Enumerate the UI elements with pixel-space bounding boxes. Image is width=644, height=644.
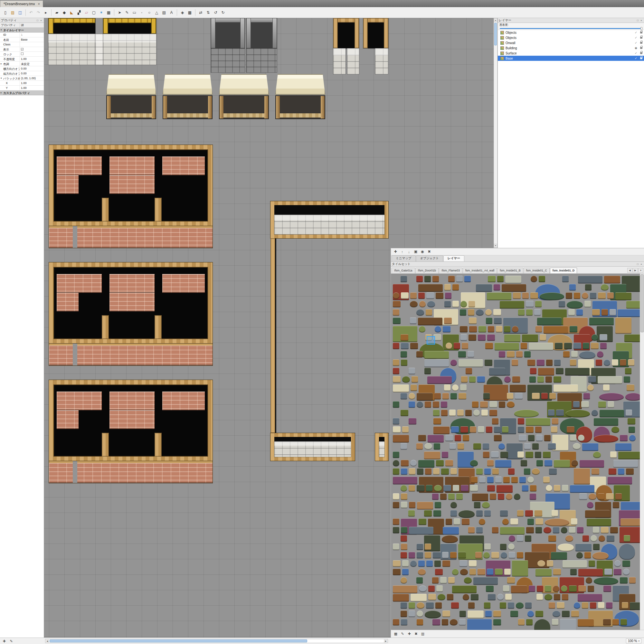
save-button[interactable]: ◫ xyxy=(17,9,24,16)
tileset-tile[interactable] xyxy=(459,359,483,367)
tileset-tile[interactable] xyxy=(500,527,525,535)
tileset-tile[interactable] xyxy=(458,351,466,357)
tileset-tile[interactable] xyxy=(544,326,568,334)
tileset-tile[interactable] xyxy=(432,276,439,282)
close-panel-icon[interactable]: × xyxy=(639,19,643,22)
tileset-tile[interactable] xyxy=(527,384,552,401)
tileset-tile[interactable] xyxy=(474,502,480,508)
tileset-tile[interactable] xyxy=(408,510,415,516)
tileset-tile[interactable] xyxy=(544,435,551,441)
tileset-tile[interactable] xyxy=(480,401,488,408)
tileset-tile[interactable] xyxy=(393,544,399,550)
layer-visibility-icon[interactable]: ✓ xyxy=(634,57,638,60)
tileset-tile[interactable] xyxy=(410,301,418,307)
tileset-tile[interactable] xyxy=(588,585,594,592)
tileset-tile[interactable] xyxy=(444,284,451,290)
tileset-tile[interactable] xyxy=(433,552,440,558)
tileset-tile[interactable] xyxy=(585,510,610,518)
tileset-tile[interactable] xyxy=(393,451,399,458)
tileset-tile[interactable] xyxy=(433,418,441,424)
tileset-tile[interactable] xyxy=(535,301,542,307)
dock-tab-3[interactable]: レイヤー xyxy=(443,255,464,261)
tileset-tile[interactable] xyxy=(620,359,626,366)
tileset-tile[interactable] xyxy=(444,301,451,307)
tileset-tile[interactable] xyxy=(450,510,457,516)
tileset-view-button[interactable]: ▥ xyxy=(420,631,426,637)
tileset-tile[interactable] xyxy=(393,585,417,593)
tileset-tile[interactable] xyxy=(433,426,450,434)
tileset-tile[interactable] xyxy=(570,359,576,366)
tileset-tile[interactable] xyxy=(473,410,480,416)
tileset-tile[interactable] xyxy=(580,460,604,468)
tileset-tile[interactable] xyxy=(462,518,469,525)
tileset-tile[interactable] xyxy=(489,368,505,375)
tileset-tile[interactable] xyxy=(534,309,541,316)
new-map-button[interactable]: ▯ xyxy=(2,9,9,16)
tileset-tile[interactable] xyxy=(512,359,518,366)
tileset-tile[interactable] xyxy=(505,594,512,600)
tileset-tile[interactable] xyxy=(559,301,565,307)
tileset-tile[interactable] xyxy=(570,485,594,493)
tileset-tile[interactable] xyxy=(497,276,504,282)
tileset-tile[interactable] xyxy=(535,510,542,516)
tileset-tile[interactable] xyxy=(497,594,504,600)
tileset-tile[interactable] xyxy=(618,309,640,317)
tileset-tile[interactable] xyxy=(589,560,595,567)
tileset-tile[interactable] xyxy=(401,443,407,450)
tileset-tile[interactable] xyxy=(424,359,449,367)
tileset-tile[interactable] xyxy=(424,351,449,359)
tileset-tile[interactable] xyxy=(589,493,596,500)
property-value[interactable] xyxy=(20,47,44,52)
tileset-tile[interactable] xyxy=(450,393,457,399)
tileset-tile[interactable] xyxy=(583,393,590,399)
tileset-tile[interactable] xyxy=(419,585,427,592)
tileset-tile[interactable] xyxy=(424,510,432,516)
property-group-header[interactable]: ▸カスタムプロパティ xyxy=(0,90,44,95)
tileset-tile[interactable] xyxy=(532,468,540,475)
duplicate-layer-button[interactable]: ▣ xyxy=(413,249,419,255)
tileset-tile[interactable] xyxy=(611,426,619,433)
tileset-tile[interactable] xyxy=(472,401,478,408)
insert-ellipse-tool[interactable]: ○ xyxy=(146,9,153,16)
tileset-tile[interactable] xyxy=(393,384,409,392)
tileset-tile[interactable] xyxy=(476,510,483,516)
tileset-tile[interactable] xyxy=(598,401,606,408)
close-tab-icon[interactable]: × xyxy=(38,2,40,6)
tileset-tile[interactable] xyxy=(416,443,423,450)
tileset-tile[interactable] xyxy=(401,577,407,583)
tileset-tile[interactable] xyxy=(460,326,468,332)
tileset-tile[interactable] xyxy=(433,468,440,475)
insert-point-tool[interactable]: ◦ xyxy=(138,9,145,16)
tileset-tile[interactable] xyxy=(577,527,583,533)
lock-icon[interactable] xyxy=(640,57,642,59)
tileset-tile[interactable] xyxy=(393,468,399,475)
opacity-slider-handle[interactable] xyxy=(640,27,642,30)
property-checkbox[interactable] xyxy=(21,52,24,55)
tileset-tile[interactable] xyxy=(579,351,595,359)
tileset-tile[interactable] xyxy=(570,326,577,332)
property-value[interactable]: 0.00 xyxy=(20,66,44,71)
tileset-tile[interactable] xyxy=(610,527,618,533)
tileset-tile[interactable] xyxy=(525,602,532,609)
select-objects-tool[interactable]: ➤ xyxy=(116,9,123,16)
tileset-tile[interactable] xyxy=(570,435,576,441)
tileset-tile[interactable] xyxy=(601,527,609,533)
tileset-tile[interactable] xyxy=(401,460,409,466)
tileset-tile[interactable] xyxy=(460,569,468,575)
tileset-tile[interactable] xyxy=(607,535,614,542)
property-value[interactable]: 1 xyxy=(20,33,44,37)
property-row[interactable]: Class xyxy=(0,42,44,47)
tileset-tile[interactable] xyxy=(484,468,491,475)
tileset-tile[interactable] xyxy=(536,594,543,600)
tileset-tile[interactable] xyxy=(401,334,408,341)
tileset-tile[interactable] xyxy=(620,619,627,625)
tileset-tile[interactable] xyxy=(418,460,434,468)
property-row[interactable]: ID1 xyxy=(0,33,44,37)
tileset-tile[interactable] xyxy=(436,585,443,592)
tileset-tile[interactable] xyxy=(626,301,640,308)
tileset-tile[interactable] xyxy=(561,585,567,592)
tileset-tile[interactable] xyxy=(492,527,498,533)
tileset-tile[interactable] xyxy=(442,535,458,543)
tileset-tile[interactable] xyxy=(502,518,509,525)
tileset-tile[interactable] xyxy=(452,569,459,575)
